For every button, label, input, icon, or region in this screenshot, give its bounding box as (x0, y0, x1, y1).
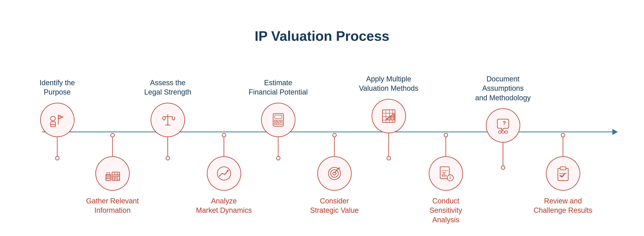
svg-rect-52 (118, 174, 119, 176)
label-consider-strategic: Consider Strategic Value (304, 196, 365, 215)
connector-conduct (446, 137, 446, 156)
step-review-challenge: Review and Challenge Results (532, 133, 594, 215)
dot-document (501, 165, 505, 170)
svg-point-1 (51, 116, 55, 121)
svg-point-58 (331, 170, 338, 177)
step-consider-strategic: Consider Strategic Value (304, 133, 365, 215)
label-document: Document Assumptions and Methodology (469, 74, 537, 103)
svg-marker-4 (58, 115, 63, 119)
svg-text:÷: ÷ (275, 123, 276, 125)
step-estimate-financial: Estimate Financial Potential + - × ÷ = (248, 78, 309, 160)
step-analyze-market: Analyze Market Dynamics (194, 133, 254, 215)
icon-analyze-market (207, 156, 241, 191)
svg-rect-55 (217, 167, 231, 180)
connector-assess (168, 137, 168, 156)
svg-rect-73 (558, 168, 568, 180)
connector-estimate (278, 137, 278, 156)
step-conduct-sensitivity: i Conduct Sensitivity Analysis (416, 133, 476, 224)
dot-consider (332, 133, 336, 137)
svg-point-36 (502, 131, 504, 133)
step-apply-multiple: Apply Multiple Valuation Methods (358, 74, 419, 160)
svg-rect-0 (51, 122, 56, 127)
label-assess-legal: Assess the Legal Strength (137, 78, 198, 97)
connector-consider (334, 137, 335, 156)
dot-conduct (444, 133, 448, 137)
svg-rect-32 (393, 114, 395, 120)
svg-rect-2 (51, 124, 56, 125)
svg-rect-53 (112, 177, 114, 178)
step-gather-info: Gather Relevant Information (82, 133, 143, 215)
connector-apply (388, 133, 389, 156)
svg-text:×: × (281, 120, 282, 122)
step-document: Document Assumptions and Methodology ? (469, 74, 537, 170)
label-estimate-financial: Estimate Financial Potential (248, 78, 309, 97)
icon-conduct-sensitivity: i (429, 156, 463, 191)
svg-point-57 (328, 167, 340, 180)
icon-apply-multiple (372, 99, 406, 133)
dot-estimate (276, 156, 280, 160)
dot-identify (55, 156, 60, 160)
svg-text:+: + (275, 120, 276, 122)
step-assess-legal: Assess the Legal Strength (137, 78, 198, 160)
svg-point-35 (498, 131, 501, 133)
label-analyze-market: Analyze Market Dynamics (194, 196, 254, 215)
svg-text:-: - (278, 120, 278, 122)
connector-gather (112, 137, 113, 156)
svg-rect-44 (112, 172, 120, 180)
label-identify-purpose: Identify the Purpose (27, 78, 88, 97)
label-conduct-sensitivity: Conduct Sensitivity Analysis (416, 196, 476, 224)
label-review-challenge: Review and Challenge Results (532, 196, 594, 215)
icon-consider-strategic (317, 156, 352, 191)
svg-rect-43 (109, 178, 110, 179)
svg-rect-51 (115, 175, 116, 176)
dot-assess (166, 156, 170, 160)
svg-text:i: i (450, 175, 451, 180)
svg-rect-50 (112, 175, 114, 176)
icon-document: ? (486, 108, 520, 143)
svg-rect-42 (107, 178, 108, 179)
svg-point-56 (227, 170, 228, 171)
svg-text:?: ? (503, 120, 506, 126)
svg-point-37 (505, 131, 508, 133)
icon-estimate-financial: + - × ÷ = (261, 103, 296, 137)
connector-identify (57, 137, 58, 156)
step-identify-purpose: Identify the Purpose (27, 78, 88, 160)
svg-rect-23 (382, 110, 395, 122)
icon-identify-purpose (40, 103, 74, 137)
icon-review-challenge (546, 156, 580, 191)
svg-rect-70 (445, 175, 446, 177)
dot-analyze (222, 133, 226, 137)
svg-rect-40 (107, 175, 108, 176)
svg-rect-17 (280, 123, 282, 124)
dot-gather (110, 133, 115, 137)
connector-analyze (224, 137, 224, 156)
svg-rect-74 (560, 167, 566, 170)
svg-rect-68 (442, 174, 443, 177)
svg-rect-41 (109, 175, 110, 176)
dot-review (561, 133, 565, 137)
svg-rect-11 (275, 115, 282, 119)
icon-assess-legal (151, 103, 185, 137)
timeline-container: Identify the Purpose Assess the Legal St… (27, 59, 617, 208)
label-gather-info: Gather Relevant Information (82, 196, 143, 215)
dot-apply (387, 156, 391, 160)
svg-rect-54 (115, 177, 116, 178)
svg-text:=: = (278, 123, 279, 125)
connector-review (563, 137, 563, 156)
connector-document (503, 143, 503, 165)
icon-gather-info (96, 156, 130, 191)
svg-rect-69 (444, 173, 445, 177)
label-apply-multiple: Apply Multiple Valuation Methods (358, 74, 419, 93)
page-title: IP Valuation Process (255, 28, 389, 44)
